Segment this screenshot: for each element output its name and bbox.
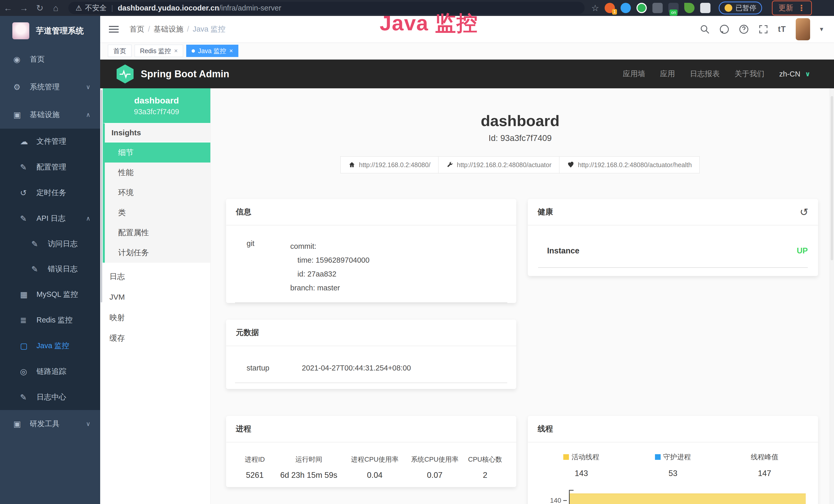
extension-icon[interactable]: 1 (605, 3, 615, 13)
paused-extension-pill[interactable]: 已暂停 (719, 2, 762, 15)
sba-item-metrics[interactable]: 性能 (105, 162, 211, 183)
sba-locale-select[interactable]: zh-CN (779, 70, 800, 78)
sidebar-item-redis[interactable]: ≣ Redis 监控 (0, 307, 100, 333)
github-icon[interactable] (720, 24, 729, 34)
sidebar-item-dev-tools[interactable]: ▣ 研发工具 ∨ (0, 410, 100, 438)
sba-item-jvm[interactable]: JVM (103, 287, 211, 307)
sidebar-item-job[interactable]: ↺ 定时任务 (0, 180, 100, 206)
edit-icon: ✎ (20, 162, 37, 172)
sba-logo-icon (117, 65, 134, 84)
sba-item-config-props[interactable]: 配置属性 (105, 223, 211, 243)
search-icon[interactable] (700, 24, 710, 34)
sba-body: dashboard 93a3fc7f7409 Insights 细节 性能 环境… (100, 88, 834, 504)
address-bar[interactable]: ⚠ 不安全 | dashboard.yudao.iocoder.cn /infr… (68, 2, 585, 14)
sidebar-item-java-monitor[interactable]: ▢ Java 监控 (0, 333, 100, 359)
sidebar-item-trace[interactable]: ◎ 链路追踪 (0, 359, 100, 384)
extensions-area: ☆ 1 on 已暂停 更新 ⋮ (591, 1, 812, 16)
wrench-icon (446, 161, 453, 168)
on-extension-icon[interactable]: on (668, 3, 679, 13)
iframe-scrollbar[interactable] (830, 88, 834, 504)
history-icon: ↺ (20, 188, 37, 198)
sba-item-classes[interactable]: 类 (105, 203, 211, 223)
hamburger-icon[interactable] (109, 24, 119, 35)
divider: | (111, 4, 113, 12)
sidebar-item-config[interactable]: ✎ 配置管理 (0, 154, 100, 180)
java-monitor-icon: ▢ (20, 341, 37, 351)
sidebar-item-mysql[interactable]: ▦ MySQL 监控 (0, 282, 100, 307)
sidebar-item-file[interactable]: ☁ 文件管理 (0, 129, 100, 154)
pid-value: 5261 (237, 471, 273, 480)
browser-update-button[interactable]: 更新 ⋮ (772, 1, 812, 16)
navbar-actions: tT ▾ (700, 18, 834, 40)
user-avatar[interactable] (796, 18, 810, 40)
sidebar-item-infra[interactable]: ▣ 基础设施 ∧ (0, 101, 100, 129)
threads-legend: 活动线程 守护进程 线程峰值 (528, 452, 818, 462)
url-path[interactable]: /infra/admin-server (219, 4, 281, 12)
chevron-down-icon: ∨ (86, 420, 90, 428)
infra-submenu: ☁ 文件管理 ✎ 配置管理 ↺ 定时任务 ✎ API 日志 ∧ ✎ 访问日志 ✎… (0, 129, 100, 410)
sba-instance-header[interactable]: dashboard 93a3fc7f7409 (103, 88, 211, 123)
caret-down-icon[interactable]: ▾ (820, 25, 823, 33)
service-url-button[interactable]: http://192.168.0.2:48080/ (340, 156, 438, 173)
breadcrumb-home[interactable]: 首页 (129, 24, 144, 35)
security-label[interactable]: 不安全 (85, 3, 107, 13)
tab-home[interactable]: 首页 (108, 45, 132, 57)
history-icon[interactable]: ↺ (799, 206, 808, 218)
sba-navbar: Spring Boot Admin 应用墙 应用 日志报表 关于我们 zh-CN… (100, 60, 834, 88)
health-url-button[interactable]: http://192.168.0.2:48080/actuator/health (559, 156, 700, 173)
leaf-extension-icon[interactable] (684, 3, 695, 13)
forward-icon[interactable]: → (16, 3, 32, 13)
url-host[interactable]: dashboard.yudao.iocoder.cn (118, 4, 219, 12)
puzzle-extensions-icon[interactable] (700, 3, 710, 13)
fullscreen-icon[interactable] (759, 24, 768, 34)
sba-nav-journal[interactable]: 日志报表 (690, 69, 720, 79)
close-icon[interactable]: × (229, 47, 233, 54)
sidebar-item-error-log[interactable]: ✎ 错误日志 (0, 256, 100, 282)
tab-redis-monitor[interactable]: Redis 监控 × (135, 45, 183, 57)
help-icon[interactable] (739, 24, 749, 34)
browser-menu-icon[interactable]: ⋮ (797, 3, 806, 13)
back-icon[interactable]: ← (0, 3, 16, 13)
content-scrollbar[interactable] (100, 88, 103, 504)
on-badge: on (670, 9, 678, 16)
sidebar-item-home[interactable]: ◉ 首页 (0, 45, 100, 73)
sba-item-caches[interactable]: 缓存 (103, 328, 211, 348)
paused-label: 已暂停 (736, 3, 756, 13)
scrollbar-thumb[interactable] (831, 96, 833, 260)
sidebar-item-system[interactable]: ⚙ 系统管理 ∨ (0, 73, 100, 101)
admin-main: 首页 / 基础设施 / Java 监控 tT ▾ 首页 (100, 16, 834, 504)
sba-nav-about[interactable]: 关于我们 (734, 69, 764, 79)
sba-item-logs[interactable]: 日志 (103, 266, 211, 287)
sba-item-mappings[interactable]: 映射 (103, 307, 211, 328)
log-icon: ✎ (31, 239, 48, 249)
metadata-card-title: 元数据 (226, 320, 516, 346)
tab-java-monitor[interactable]: Java 监控 × (186, 45, 238, 57)
live-threads-swatch (563, 454, 569, 460)
actuator-url-button[interactable]: http://192.168.0.2:48080/actuator (438, 156, 559, 173)
log-icon: ✎ (20, 214, 37, 223)
instance-links: http://192.168.0.2:48080/ http://192.168… (211, 156, 830, 173)
sba-nav-applications[interactable]: 应用 (660, 69, 675, 79)
home-icon[interactable]: ⌂ (48, 3, 64, 13)
reload-icon[interactable]: ↻ (32, 3, 48, 13)
green-extension-icon[interactable] (636, 3, 647, 13)
close-icon[interactable]: × (174, 47, 178, 54)
bookmark-star-icon[interactable]: ☆ (591, 3, 599, 13)
sba-brand[interactable]: Spring Boot Admin (117, 65, 229, 84)
grid-extension-icon[interactable] (652, 3, 663, 13)
sidebar-item-log-center[interactable]: ✎ 日志中心 (0, 384, 100, 410)
eye-icon: ◎ (20, 367, 37, 376)
sba-item-scheduled-tasks[interactable]: 计划任务 (105, 243, 211, 263)
sba-item-environment[interactable]: 环境 (105, 183, 211, 203)
sba-item-details[interactable]: 细节 (103, 142, 211, 162)
info-card-title: 信息 (226, 199, 516, 225)
sidebar-item-access-log[interactable]: ✎ 访问日志 (0, 231, 100, 256)
sba-nav-wallboard[interactable]: 应用墙 (623, 69, 645, 79)
sidebar-item-api-log[interactable]: ✎ API 日志 ∧ (0, 206, 100, 231)
breadcrumb-section[interactable]: 基础设施 (154, 24, 183, 35)
daemon-threads-swatch (655, 454, 661, 460)
pin-extension-icon[interactable] (620, 3, 631, 13)
scrollbar-thumb[interactable] (101, 90, 102, 302)
daemon-threads-value: 53 (627, 469, 719, 478)
font-size-icon[interactable]: tT (778, 25, 786, 34)
